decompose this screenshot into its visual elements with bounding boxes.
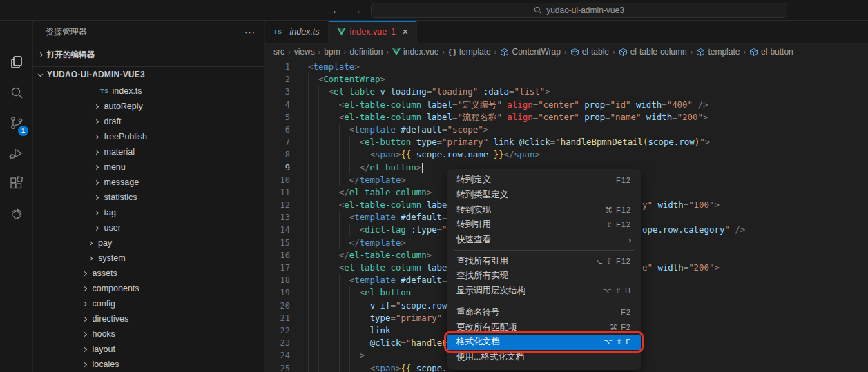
line-number[interactable]: 24 (265, 349, 290, 362)
tab-index-ts[interactable]: TS index.ts (265, 21, 329, 43)
breadcrumb-item-index-vue[interactable]: index.vue (392, 47, 438, 57)
line-number[interactable]: 8 (265, 148, 290, 161)
line-number[interactable]: 3 (265, 86, 290, 98)
menu-item-show-call-hierarchy[interactable]: 显示调用层次结构⌥ ⇧ H (447, 284, 641, 299)
code-line-2[interactable]: 2<ContentWrap> (265, 73, 868, 86)
breadcrumb-item-bpm[interactable]: bpm (324, 47, 340, 57)
line-number[interactable]: 22 (265, 324, 290, 337)
line-number[interactable]: 12 (265, 199, 290, 211)
maximize-window-button[interactable] (34, 6, 42, 14)
code-line-3[interactable]: 3<el-table v-loading="loading" :data="li… (265, 86, 868, 98)
tree-item-tag[interactable]: tag (33, 205, 264, 220)
navigate-forward-button[interactable]: → (349, 3, 365, 17)
menu-item-find-all-references[interactable]: 查找所有引用⌥ ⇧ F12 (447, 253, 641, 268)
navigate-back-button[interactable]: ← (329, 3, 344, 17)
line-number[interactable]: 13 (265, 211, 290, 224)
menu-item-go-to-definition[interactable]: 转到定义F12 (447, 173, 641, 188)
menu-item-peek[interactable]: 快速查看› (447, 233, 641, 248)
line-number[interactable]: 11 (265, 186, 290, 199)
breadcrumb-item-el-button[interactable]: el-button (749, 47, 793, 57)
tree-item-config[interactable]: config (33, 296, 264, 311)
tree-item-system[interactable]: system (33, 251, 264, 266)
line-number[interactable]: 15 (265, 237, 290, 249)
tree-item-user[interactable]: user (33, 220, 264, 235)
line-number[interactable]: 25 (265, 362, 290, 372)
tree-item-material[interactable]: material (33, 144, 264, 159)
project-root-item[interactable]: YUDAO-UI-ADMIN-VUE3 (33, 66, 264, 81)
line-number[interactable]: 10 (265, 174, 290, 186)
line-number[interactable]: 6 (265, 124, 290, 136)
close-window-button[interactable] (9, 6, 17, 14)
tree-item-menu[interactable]: menu (33, 159, 264, 175)
tree-item-components[interactable]: components (33, 281, 264, 296)
line-number[interactable]: 4 (265, 99, 290, 111)
extensions-icon[interactable] (0, 168, 33, 199)
line-number[interactable]: 20 (265, 300, 290, 312)
source-control-icon[interactable]: 1 (0, 108, 33, 138)
code-line-4[interactable]: 4<el-table-column label="定义编号" align="ce… (265, 99, 868, 111)
line-number[interactable]: 5 (265, 111, 290, 124)
vscode-window: ← → yudao-ui-admin-vue3 1 (0, 0, 868, 372)
tree-item-autoReply[interactable]: autoReply (33, 99, 264, 114)
menu-item-rename-symbol[interactable]: 重命名符号F2 (447, 305, 641, 320)
breadcrumb-item-el-table-column[interactable]: el-table-column (619, 47, 687, 57)
tree-item-directives[interactable]: directives (33, 311, 264, 326)
breadcrumb-item-template[interactable]: template (696, 47, 740, 57)
command-center-search[interactable]: yudao-ui-admin-vue3 (371, 3, 787, 18)
breadcrumb-item-template[interactable]: { }template (448, 47, 491, 57)
breadcrumb-item-el-table[interactable]: el-table (570, 47, 609, 57)
tree-item-hooks[interactable]: hooks (33, 326, 264, 342)
openai-icon[interactable] (0, 199, 33, 229)
search-icon[interactable] (0, 77, 33, 108)
minimize-window-button[interactable] (21, 6, 30, 14)
code-line-6[interactable]: 6<template #default="scope"> (265, 124, 868, 136)
tree-item-assets[interactable]: assets (33, 266, 264, 281)
tree-item-freePublish[interactable]: freePublish (33, 129, 264, 144)
code-token: > (380, 74, 385, 84)
line-number[interactable]: 23 (265, 337, 290, 349)
run-debug-icon[interactable] (0, 138, 33, 168)
breadcrumb-item-src[interactable]: src (273, 47, 284, 57)
line-number[interactable]: 1 (265, 61, 290, 73)
tree-item-pay[interactable]: pay (33, 235, 264, 251)
menu-item-format-document-with[interactable]: 使用...格式化文档 (447, 350, 641, 365)
tab-index-vue[interactable]: index.vue 1 × (329, 21, 417, 43)
text-cursor (422, 163, 423, 173)
code-line-8[interactable]: 8<span>{{ scope.row.name }}</span> (265, 148, 868, 161)
explorer-icon[interactable] (0, 47, 33, 77)
tree-item-locales[interactable]: locales (33, 357, 264, 372)
menu-item-change-all-occurrences[interactable]: 更改所有匹配项⌘ F2 (447, 320, 641, 335)
code-token: scope. (411, 363, 447, 372)
tree-item-draft[interactable]: draft (33, 114, 264, 129)
line-number[interactable]: 16 (265, 249, 290, 262)
close-icon[interactable]: × (403, 26, 408, 37)
code-line-5[interactable]: 5<el-table-column label="流程名称" align="ce… (265, 111, 868, 124)
menu-item-go-to-type-definition[interactable]: 转到类型定义 (447, 188, 641, 203)
code-line-1[interactable]: 1<template> (265, 61, 868, 73)
code-token: = (672, 112, 677, 122)
menu-item-format-document[interactable]: 格式化文档⌥ ⇧ F (447, 335, 641, 350)
line-number[interactable]: 9 (265, 161, 290, 174)
line-number[interactable]: 21 (265, 312, 290, 324)
code-token: v-if (370, 300, 391, 311)
code-line-7[interactable]: 7<el-button type="primary" link @click="… (265, 136, 868, 148)
breadcrumb-item-views[interactable]: views (294, 47, 315, 57)
menu-item-find-all-implementations[interactable]: 查找所有实现 (447, 268, 641, 284)
line-number[interactable]: 18 (265, 274, 290, 286)
line-number[interactable]: 2 (265, 73, 290, 86)
tree-item-layout[interactable]: layout (33, 342, 264, 357)
line-number[interactable]: 17 (265, 262, 290, 274)
line-number[interactable]: 14 (265, 224, 290, 236)
tree-item-statistics[interactable]: statistics (33, 190, 264, 205)
tree-item-index-ts[interactable]: TSindex.ts (33, 84, 264, 99)
line-number[interactable]: 19 (265, 286, 290, 299)
breadcrumb-item-ContentWrap[interactable]: ContentWrap (500, 47, 560, 57)
breadcrumb-item-definition[interactable]: definition (349, 47, 383, 57)
code-line-content: <el-table-column label="定义编号" align="cen… (308, 99, 708, 111)
code-token: align (502, 112, 533, 122)
menu-item-go-to-references[interactable]: 转到引用⇧ F12 (447, 217, 641, 233)
line-number[interactable]: 7 (265, 136, 290, 148)
activity-bar: 1 (0, 21, 33, 372)
tree-item-message[interactable]: message (33, 175, 264, 190)
menu-item-go-to-implementations[interactable]: 转到实现⌘ F12 (447, 202, 641, 217)
